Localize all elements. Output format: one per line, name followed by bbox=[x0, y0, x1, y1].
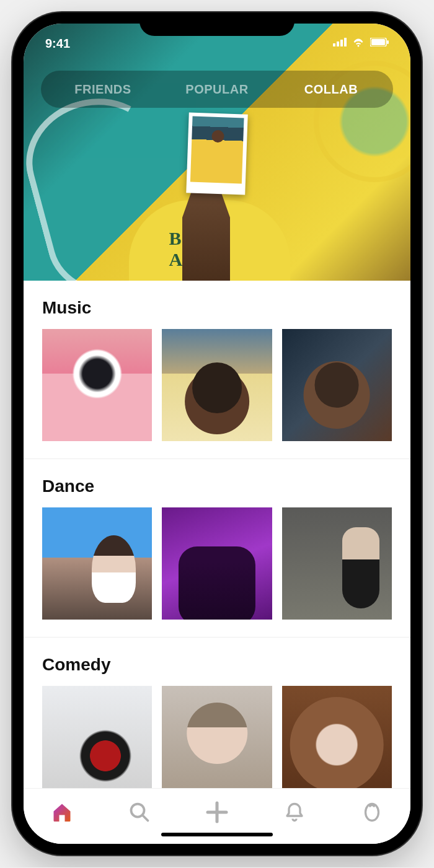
thumb-row-comedy bbox=[24, 686, 410, 788]
phone-screen: 9:41 FRIENDS POPULAR COLLAB bbox=[24, 24, 410, 844]
top-tab-bar: FRIENDS POPULAR COLLAB bbox=[41, 71, 393, 108]
bell-icon bbox=[283, 801, 306, 826]
thumb-comedy-1[interactable] bbox=[42, 686, 152, 788]
thumb-dance-3[interactable] bbox=[282, 507, 392, 620]
section-comedy: Comedy bbox=[24, 637, 410, 788]
content-scroll[interactable]: Music Dance Comedy bbox=[24, 281, 410, 788]
phone-frame: 9:41 FRIENDS POPULAR COLLAB bbox=[12, 12, 422, 855]
thumb-music-3[interactable] bbox=[282, 329, 392, 441]
thumb-music-1[interactable] bbox=[42, 329, 152, 441]
tab-popular[interactable]: POPULAR bbox=[160, 79, 274, 100]
thumb-row-dance bbox=[24, 507, 410, 620]
phone-notch bbox=[140, 12, 294, 36]
svg-rect-3 bbox=[344, 38, 347, 46]
thumb-comedy-3[interactable] bbox=[282, 686, 392, 788]
tab-collab[interactable]: COLLAB bbox=[274, 79, 388, 100]
svg-rect-0 bbox=[333, 43, 335, 46]
svg-rect-5 bbox=[371, 39, 385, 45]
svg-rect-6 bbox=[387, 40, 389, 44]
tab-friends[interactable]: FRIENDS bbox=[46, 79, 160, 100]
status-icons bbox=[333, 37, 389, 50]
nav-home-button[interactable] bbox=[49, 800, 75, 826]
section-title-dance: Dance bbox=[24, 476, 410, 507]
section-title-comedy: Comedy bbox=[24, 655, 410, 686]
search-icon bbox=[128, 801, 151, 826]
nav-search-button[interactable] bbox=[126, 800, 153, 826]
thumb-comedy-2[interactable] bbox=[162, 686, 272, 788]
hero-polaroid bbox=[186, 112, 247, 195]
thumb-dance-1[interactable] bbox=[42, 507, 152, 620]
svg-rect-1 bbox=[337, 42, 339, 46]
section-title-music: Music bbox=[24, 298, 410, 329]
hero-banner: 9:41 FRIENDS POPULAR COLLAB bbox=[24, 24, 410, 281]
wifi-icon bbox=[352, 37, 365, 50]
plus-icon bbox=[205, 800, 229, 827]
status-time: 9:41 bbox=[45, 37, 70, 51]
thumb-row-music bbox=[24, 329, 410, 441]
profile-icon bbox=[361, 801, 383, 826]
thumb-dance-2[interactable] bbox=[162, 507, 272, 620]
cellular-icon bbox=[333, 38, 347, 49]
nav-alerts-button[interactable] bbox=[281, 800, 308, 826]
section-music: Music bbox=[24, 281, 410, 458]
home-icon bbox=[51, 801, 73, 826]
section-dance: Dance bbox=[24, 458, 410, 637]
svg-line-8 bbox=[143, 815, 148, 820]
svg-rect-2 bbox=[340, 40, 343, 46]
nav-add-button[interactable] bbox=[204, 800, 230, 826]
nav-profile-button[interactable] bbox=[359, 800, 385, 826]
home-indicator[interactable] bbox=[161, 833, 273, 836]
battery-icon bbox=[370, 38, 389, 49]
thumb-music-2[interactable] bbox=[162, 329, 272, 441]
